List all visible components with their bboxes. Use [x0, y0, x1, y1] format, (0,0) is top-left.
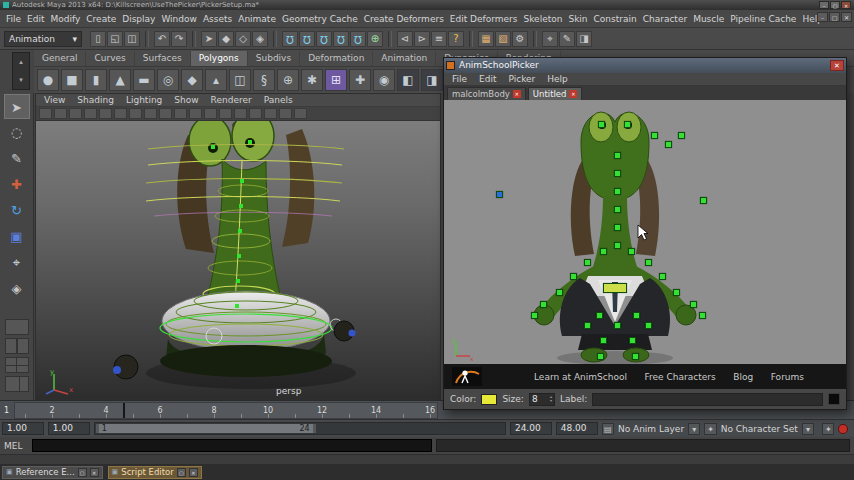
snap-grid-icon[interactable]: Ω [282, 31, 298, 47]
shelf-tab-deformation[interactable]: Deformation [300, 51, 373, 66]
size-field[interactable]: 8 ▴ ▾ [529, 393, 555, 406]
menu-character[interactable]: Character [640, 10, 690, 28]
picker-button-28[interactable] [614, 322, 621, 329]
gate-mask-icon[interactable] [189, 108, 202, 119]
picker-button-25[interactable] [603, 283, 627, 293]
close-icon[interactable]: ✕ [189, 468, 198, 477]
poly-cube-icon[interactable]: ■ [61, 69, 83, 91]
picker-tab-malcolmbody[interactable]: malcolmBody✕ [447, 87, 526, 100]
paint-effects-icon[interactable]: ✎ [559, 31, 575, 47]
film-gate-icon[interactable] [159, 108, 172, 119]
menu-skin[interactable]: Skin [565, 10, 590, 28]
tab-close-icon[interactable]: ✕ [569, 90, 577, 98]
picker-button-3[interactable] [665, 141, 672, 148]
taskbar-reference-e[interactable]: ▣Reference E...▢✕ [2, 466, 103, 479]
picker-button-12[interactable] [614, 242, 621, 249]
menu-display[interactable]: Display [119, 10, 158, 28]
auto-key-icon[interactable]: ✦ [822, 423, 834, 435]
layout-four-pane[interactable] [5, 357, 29, 373]
help-icon[interactable]: ? [448, 31, 464, 47]
picker-button-8[interactable] [614, 170, 621, 177]
anim-layer-icon[interactable]: ▤ [602, 423, 614, 435]
menu-muscle[interactable]: Muscle [690, 10, 727, 28]
snap-curve-icon[interactable]: Ω [299, 31, 315, 47]
menu-skeleton[interactable]: Skeleton [521, 10, 566, 28]
sculpt-geometry-icon[interactable]: ✱ [301, 69, 323, 91]
grease-pencil-icon[interactable] [129, 108, 142, 119]
panel-menu-shading[interactable]: Shading [71, 94, 120, 106]
picker-titlebar[interactable]: AnimSchoolPicker ✕ [444, 58, 846, 73]
viewport-panel[interactable]: ViewShadingLightingShowRendererPanels [35, 93, 441, 400]
picker-button-19[interactable] [556, 289, 563, 296]
picker-menu-file[interactable]: File [446, 73, 473, 85]
footer-link-free-characters[interactable]: Free Characters [645, 372, 716, 382]
separate-icon[interactable]: ◨ [421, 69, 443, 91]
input-connections-icon[interactable]: ⊲ [397, 31, 413, 47]
last-tool[interactable]: ◈ [4, 276, 30, 301]
picker-button-29[interactable] [584, 322, 591, 329]
menu-window[interactable]: Window [158, 10, 200, 28]
picker-button-16[interactable] [645, 259, 652, 266]
snap-view-plane-icon[interactable]: Ω [350, 31, 366, 47]
picker-button-34[interactable] [632, 353, 639, 360]
timeline-track[interactable]: 246810121416 [14, 402, 438, 419]
character-set-key-icon[interactable]: ✦ [704, 423, 716, 435]
universal-manipulator-tool[interactable]: ⌖ [4, 250, 30, 275]
select-asset-icon[interactable]: ◈ [252, 31, 268, 47]
field-chart-icon[interactable] [204, 108, 217, 119]
menu-modify[interactable]: Modify [48, 10, 84, 28]
range-slider-handle[interactable]: 1 24 [96, 424, 316, 433]
color-swatch[interactable] [481, 394, 497, 405]
menu-pipeline-cache[interactable]: Pipeline Cache [727, 10, 799, 28]
titlebar[interactable]: Autodesk Maya 2013 x64: D:\Killscreen\Us… [0, 0, 854, 10]
panel-menu-lighting[interactable]: Lighting [120, 94, 168, 106]
shelf-switcher[interactable]: ▴ ▾ [12, 52, 30, 90]
playhead[interactable] [123, 403, 125, 418]
picker-button-31[interactable] [600, 337, 607, 344]
picker-button-27[interactable] [633, 312, 640, 319]
spinner-down-icon[interactable]: ▾ [550, 399, 552, 403]
playback-start-field[interactable]: 1.00 [2, 422, 44, 435]
new-scene-icon[interactable]: ▯ [90, 31, 106, 47]
animschool-picker-window[interactable]: AnimSchoolPicker ✕ FileEditPickerHelp ma… [443, 57, 847, 410]
picker-button-24[interactable] [699, 312, 706, 319]
picker-button-26[interactable] [596, 312, 603, 319]
two-d-pan-zoom-icon[interactable] [114, 108, 127, 119]
paint-select-tool[interactable]: ✎ [4, 146, 30, 171]
picker-button-17[interactable] [570, 273, 577, 280]
ipr-render-icon[interactable]: ▧ [495, 31, 511, 47]
menu-file[interactable]: File [3, 10, 24, 28]
picker-button-4[interactable] [678, 132, 685, 139]
picker-button-5[interactable] [700, 197, 707, 204]
safe-action-icon[interactable] [219, 108, 232, 119]
open-scene-icon[interactable]: ◱ [107, 31, 123, 47]
make-live-icon[interactable]: ⊕ [367, 31, 383, 47]
layout-persp-outliner[interactable] [5, 376, 29, 392]
tab-close-icon[interactable]: ✕ [513, 90, 521, 98]
move-tool[interactable]: ✚ [4, 172, 30, 197]
picker-button-0[interactable] [598, 121, 605, 128]
scale-tool[interactable]: ▣ [4, 224, 30, 249]
shelf-tab-polygons[interactable]: Polygons [191, 51, 248, 66]
maximize-button[interactable]: ▢ [830, 1, 840, 9]
picker-button-7[interactable] [614, 152, 621, 159]
smooth-icon[interactable]: ◉ [373, 69, 395, 91]
taskbar-script-editor[interactable]: ▣Script Editor▢✕ [108, 466, 202, 479]
shaded-mode-icon[interactable] [264, 108, 277, 119]
close-button[interactable]: ✕ [841, 1, 851, 9]
image-plane-icon[interactable] [99, 108, 112, 119]
close-icon[interactable]: ✕ [90, 468, 99, 477]
layout-single-pane[interactable] [5, 319, 29, 335]
lock-camera-icon[interactable] [54, 108, 67, 119]
select-object-icon[interactable]: ◆ [218, 31, 234, 47]
save-scene-icon[interactable]: ◫ [124, 31, 140, 47]
picker-tab-untitled[interactable]: Untitled✕ [528, 87, 583, 100]
picker-close-button[interactable]: ✕ [830, 60, 844, 71]
textured-mode-icon[interactable] [279, 108, 292, 119]
panel-menu-renderer[interactable]: Renderer [205, 94, 258, 106]
poly-plane-icon[interactable]: ▬ [133, 69, 155, 91]
picker-button-21[interactable] [540, 301, 547, 308]
mdi-restore-button[interactable]: ▢ [829, 12, 840, 22]
record-button[interactable] [838, 424, 848, 434]
wireframe-mode-icon[interactable] [249, 108, 262, 119]
